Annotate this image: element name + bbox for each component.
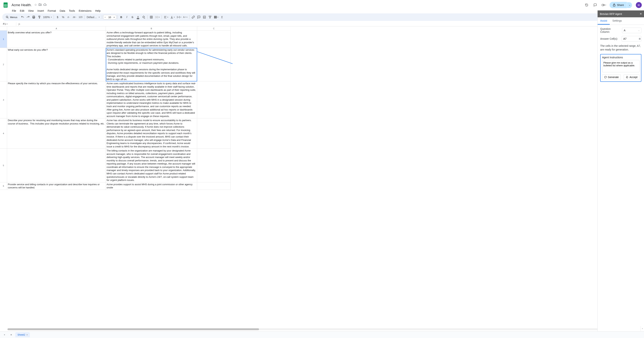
currency-button[interactable]: $ — [55, 14, 60, 20]
cell-A6[interactable]: Provide service and billing contacts in … — [7, 182, 106, 190]
bold-button[interactable]: B — [119, 14, 124, 20]
search-menus[interactable]: Menus — [4, 15, 20, 20]
formula-input[interactable] — [21, 22, 644, 25]
col-head-A[interactable]: A — [7, 26, 106, 30]
undo-button[interactable] — [20, 14, 25, 20]
menu-edit[interactable]: Edit — [18, 9, 26, 13]
text-color-button[interactable]: A — [136, 14, 141, 20]
print-button[interactable] — [31, 14, 36, 20]
star-icon[interactable]: ☆ — [34, 3, 37, 7]
answer-cells-input[interactable] — [622, 36, 642, 42]
all-sheets-button[interactable]: ≡ — [8, 332, 14, 338]
horizontal-scrollbar[interactable] — [8, 328, 636, 330]
sheet[interactable]: ABC1Briefly overview what services you o… — [0, 26, 644, 331]
tab-assist[interactable]: Assist — [598, 17, 610, 24]
select-all-corner[interactable] — [0, 26, 7, 30]
generate-button[interactable]: Generate — [602, 74, 621, 80]
name-box[interactable]: F1 ▾ — [2, 22, 15, 25]
cell-A2[interactable]: What early out services do you offer? — [7, 48, 106, 82]
menu-format[interactable]: Format — [46, 9, 58, 13]
sheet-tab-menu-icon[interactable]: ▾ — [27, 334, 28, 336]
wrap-button[interactable]: ▾ — [176, 14, 182, 20]
cell-A3[interactable]: Please specify the metrics by which you … — [7, 82, 106, 118]
account-avatar[interactable]: R — [636, 2, 642, 8]
col-head-B[interactable]: B — [106, 26, 197, 30]
menu-file[interactable]: File — [10, 9, 18, 13]
add-sheet-button[interactable]: + — [2, 332, 7, 338]
history-icon[interactable] — [584, 2, 590, 8]
menu-data[interactable]: Data — [58, 9, 67, 13]
cell-A5[interactable] — [7, 149, 106, 182]
filter-views-button[interactable]: ▾ — [213, 14, 219, 20]
namebox-dropdown-icon[interactable]: ▾ — [6, 23, 8, 25]
share-dropdown[interactable]: ▾ — [627, 2, 632, 8]
question-column-select[interactable]: A ⌄ — [622, 28, 642, 33]
decrease-decimal-button[interactable]: .0← — [66, 14, 71, 20]
cell-A4[interactable]: Describe your process for resolving and … — [7, 118, 106, 149]
accept-button[interactable]: Accept — [624, 74, 640, 80]
cell-B2[interactable]: Acme's standard operating procedures for… — [106, 48, 197, 82]
cell-C4[interactable] — [197, 118, 231, 149]
menu-help[interactable]: Help — [94, 9, 102, 13]
cell-A1[interactable]: Briefly overview what services you offer… — [7, 30, 106, 48]
percent-button[interactable]: % — [60, 14, 66, 20]
comment-button[interactable] — [196, 14, 202, 20]
row-head-1[interactable]: 1 — [0, 30, 7, 48]
expand-side-panel-icon[interactable]: ‹ — [642, 327, 643, 330]
row-head-3[interactable]: 3 — [0, 82, 7, 118]
zoom-select[interactable]: 100%▾ — [42, 14, 52, 20]
menu-view[interactable]: View — [27, 9, 35, 13]
italic-button[interactable]: I — [124, 14, 130, 20]
font-size-increase[interactable]: + — [112, 16, 116, 19]
fill-color-button[interactable] — [141, 14, 146, 20]
doc-title[interactable]: Acme Health. — [10, 3, 33, 7]
cell-B4[interactable]: Acme has structured its business model t… — [106, 118, 197, 149]
borders-button[interactable] — [149, 14, 154, 20]
move-icon[interactable] — [38, 3, 42, 7]
comments-icon[interactable] — [592, 2, 598, 8]
instructions-textarea[interactable] — [602, 60, 640, 72]
meet-icon[interactable]: ▾ — [601, 2, 607, 8]
sheet-tab-sheet2[interactable]: Sheet2 ▾ — [15, 332, 30, 337]
row-head-2[interactable]: 2 — [0, 48, 7, 82]
row-head-6[interactable]: 6 — [0, 182, 7, 190]
paint-format-button[interactable] — [37, 14, 42, 20]
cloud-status-icon[interactable] — [43, 3, 46, 7]
cell-B5[interactable]: The billing contacts in the organization… — [106, 149, 197, 182]
tab-settings[interactable]: Settings — [610, 17, 624, 24]
menu-insert[interactable]: Insert — [36, 9, 46, 13]
cell-B1[interactable]: Acme offers a technology-forward approac… — [106, 30, 197, 48]
cell-C3[interactable] — [197, 82, 231, 118]
merge-button[interactable]: ▾ — [154, 14, 160, 20]
cell-C2[interactable] — [197, 48, 231, 82]
agent-close-button[interactable]: × — [640, 12, 642, 16]
link-button[interactable] — [191, 14, 196, 20]
functions-button[interactable]: Σ — [220, 14, 225, 20]
agent-panel: Brevian RFP Agent × Assist Settings Ques… — [598, 10, 644, 335]
more-formats-button[interactable]: 123 — [78, 14, 83, 20]
range-picker-icon[interactable]: ⊞ — [639, 38, 641, 40]
valign-button[interactable]: ▾ — [170, 14, 176, 20]
menu-extensions[interactable]: Extensions — [77, 9, 93, 13]
cell-C1[interactable] — [197, 30, 231, 48]
row-head-5[interactable]: 5 — [0, 149, 7, 182]
sheets-logo[interactable] — [2, 2, 9, 8]
row-head-4[interactable]: 4 — [0, 118, 7, 149]
share-button[interactable]: Share — [610, 2, 627, 8]
cell-B6[interactable]: Acme provides support to assist MHS duri… — [106, 182, 197, 190]
font-size-input[interactable] — [107, 16, 112, 19]
cell-C5[interactable] — [197, 149, 231, 182]
menu-tools[interactable]: Tools — [68, 9, 76, 13]
filter-button[interactable] — [208, 14, 212, 20]
halign-button[interactable]: ▾ — [163, 14, 169, 20]
chart-button[interactable] — [202, 14, 207, 20]
rotate-button[interactable]: A↗▾ — [182, 14, 188, 20]
font-size-decrease[interactable]: − — [104, 16, 107, 19]
cell-B3[interactable]: Acme uses sophisticated business intelli… — [106, 82, 197, 118]
cell-C6[interactable] — [197, 182, 231, 190]
font-select[interactable]: Defaul…▾ — [86, 14, 100, 20]
col-head-C[interactable]: C — [197, 26, 231, 30]
strikethrough-button[interactable]: S — [130, 14, 135, 20]
increase-decimal-button[interactable]: .00→ — [72, 14, 78, 20]
redo-button[interactable] — [26, 14, 31, 20]
